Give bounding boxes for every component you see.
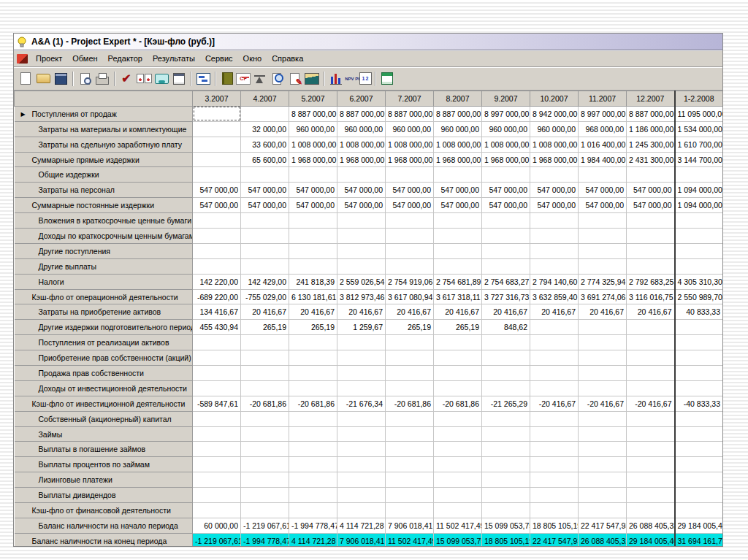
cell[interactable]: 1 186 000,00 [627,121,675,137]
cell[interactable] [627,320,675,335]
cell[interactable] [482,380,530,396]
cell[interactable]: 20 416,67 [289,304,337,320]
cell[interactable]: 1 968 000,00 [482,152,530,167]
cell[interactable] [530,320,579,335]
cell[interactable]: 1 259,67 [337,320,386,335]
cell[interactable] [675,258,723,274]
row-label[interactable]: Продажа прав собственности [15,366,193,381]
cell[interactable] [579,472,627,488]
cell[interactable] [482,472,530,488]
cell[interactable] [482,350,530,366]
cell[interactable]: 547 000,00 [241,198,289,213]
cell[interactable] [289,411,337,426]
cell[interactable] [241,472,289,488]
cell[interactable] [193,503,241,518]
cell[interactable]: 26 088 405,32 [579,533,627,546]
cell[interactable]: 29 184 005,40 [627,533,675,546]
cell[interactable] [675,350,723,366]
cell[interactable] [289,350,337,366]
row-label[interactable]: Собственный (акционерный) капитал [15,411,193,426]
cell[interactable]: -1 994 778,47 [289,518,337,533]
cell[interactable] [579,213,627,229]
row-label[interactable]: Налоги [15,274,193,289]
cell[interactable] [482,488,530,503]
row-label[interactable]: Другие издержки подготовительного период… [15,320,193,335]
cell[interactable]: 960 000,00 [386,121,434,137]
cell[interactable] [627,442,675,457]
cell[interactable] [193,167,241,183]
cell[interactable] [579,457,627,472]
cell[interactable] [434,411,482,426]
cell[interactable] [434,243,482,258]
cell[interactable] [579,503,627,518]
cell[interactable] [482,411,530,426]
cell[interactable] [289,229,337,244]
cell[interactable]: 3 144 700,00 [675,152,723,167]
row-label[interactable]: Кэш-фло от инвестиционной деятельности [15,396,193,411]
cell[interactable] [627,457,675,472]
cell[interactable]: 8 887 000,00 [289,106,337,121]
cell[interactable]: 3 812 973,46 [337,289,386,304]
column-header-12.2007[interactable]: 12.2007 [627,91,675,107]
cell[interactable]: 1 984 400,00 [579,152,627,167]
cell[interactable]: 2 559 026,54 [337,274,386,289]
cell[interactable]: 1 008 000,00 [530,137,579,152]
cell[interactable] [579,366,627,381]
cell[interactable]: 1 968 000,00 [289,152,337,167]
cell[interactable] [193,350,241,366]
cell[interactable]: 455 430,94 [193,320,241,335]
cell[interactable] [579,243,627,258]
row-label[interactable]: Выплаты в погашение займов [15,442,193,457]
cell[interactable]: 8 887 000,00 [386,106,434,121]
cell[interactable] [193,152,241,167]
cell[interactable]: 2 431 300,00 [627,152,675,167]
cell[interactable] [530,457,579,472]
cell[interactable] [241,442,289,457]
cell[interactable]: 1 968 000,00 [386,152,434,167]
cell[interactable]: 3 617 318,11 [434,289,482,304]
cell[interactable] [193,243,241,258]
row-label[interactable]: Приобретение прав собственности (акций) [15,350,193,366]
cell[interactable]: 547 000,00 [482,183,530,198]
cell[interactable] [482,426,530,442]
cell[interactable]: 65 600,00 [241,152,289,167]
cell[interactable] [627,335,675,350]
cell[interactable]: -20 416,67 [579,396,627,411]
cell[interactable] [289,243,337,258]
menu-item-window[interactable]: Окно [238,53,267,64]
cell[interactable]: 2 550 989,70 [675,289,723,304]
column-header-11.2007[interactable]: 11.2007 [579,91,627,107]
cell[interactable] [386,503,434,518]
cell[interactable] [530,350,579,366]
cell[interactable] [530,488,579,503]
cell[interactable] [579,167,627,183]
cell[interactable]: 547 000,00 [579,198,627,213]
row-label[interactable]: Кэш-фло от финансовой деятельности [15,503,193,518]
row-label[interactable]: Суммарные прямые издержки [15,152,193,167]
menu-item-exchange[interactable]: Обмен [67,53,102,64]
cell[interactable]: -21 265,29 [482,396,530,411]
cell[interactable]: 2 754 683,27 [482,274,530,289]
row-label[interactable]: Поступления от реализации активов [15,335,193,350]
row-label[interactable]: Выплаты процентов по займам [15,457,193,472]
cell[interactable]: 1 008 000,00 [337,137,386,152]
cell[interactable]: 8 942 000,00 [530,106,579,121]
cell[interactable] [289,472,337,488]
cell[interactable]: -755 029,00 [241,289,289,304]
cell[interactable]: 60 000,00 [193,518,241,533]
cell[interactable] [434,472,482,488]
cell[interactable] [675,320,723,335]
cell[interactable] [193,213,241,229]
column-header-6.2007[interactable]: 6.2007 [337,91,386,107]
cell[interactable]: 547 000,00 [627,183,675,198]
cell[interactable] [193,121,241,137]
cell[interactable] [675,472,723,488]
cell[interactable] [193,258,241,274]
cell[interactable] [675,411,723,426]
cell[interactable] [579,229,627,244]
cell[interactable] [193,472,241,488]
cell[interactable] [193,426,241,442]
cell[interactable] [434,426,482,442]
cell[interactable] [289,258,337,274]
cell[interactable]: 848,62 [482,320,530,335]
